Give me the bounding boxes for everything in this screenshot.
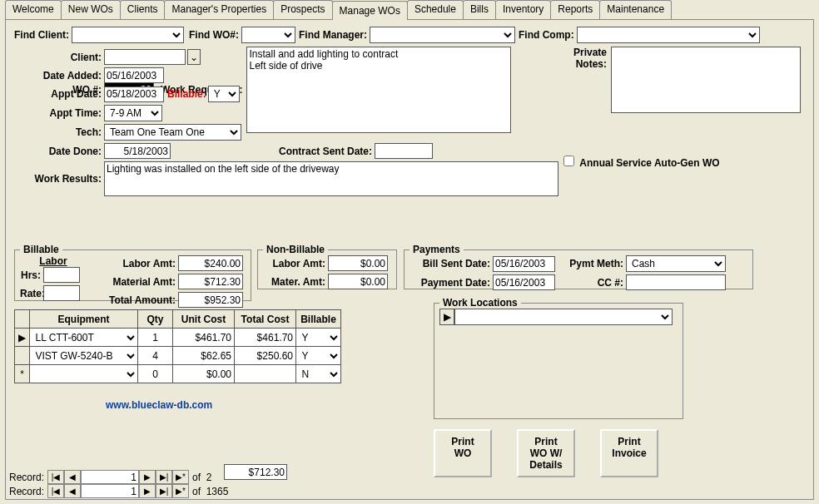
tab-bills[interactable]: Bills [463, 0, 496, 19]
work-locations-group: Work Locations ▶ [434, 303, 683, 419]
print-invoice-button[interactable]: Print Invoice [600, 429, 658, 477]
non-billable-group: Non-Billable Labor Amt: Mater. Amt: [257, 250, 397, 289]
rate-label: Rate: [20, 288, 43, 299]
equipment-grid: Equipment Qty Unit Cost Total Cost Billa… [14, 309, 341, 383]
date-added-input[interactable] [104, 67, 164, 83]
row-selector-new-icon[interactable]: * [15, 365, 30, 383]
eq-billable-select[interactable]: Y [297, 329, 340, 346]
date-added-label: Date Added: [14, 70, 104, 82]
appt-time-select[interactable]: 7-9 AM [104, 105, 162, 121]
tab-maintenance[interactable]: Maintenance [599, 0, 672, 19]
eq-qty[interactable]: 4 [138, 347, 173, 365]
tab-manage-wos[interactable]: Manage WOs [332, 1, 408, 20]
tech-select[interactable]: Team One Team One [104, 124, 241, 141]
row-selector-icon[interactable]: ▶ [439, 309, 454, 325]
appt-date-input[interactable] [104, 86, 164, 102]
find-client-label: Find Client: [14, 29, 72, 41]
eq-billable-select[interactable]: Y [297, 348, 340, 364]
labor-amt-input[interactable] [178, 255, 243, 271]
client-input[interactable] [104, 49, 186, 65]
annual-service-checkbox[interactable] [563, 156, 574, 166]
pymt-meth-select[interactable]: Cash [626, 255, 726, 272]
eq-col-billable: Billable [296, 310, 341, 329]
eq-qty[interactable]: 0 [138, 365, 173, 383]
cc-input[interactable] [626, 274, 726, 290]
bill-sent-input[interactable] [493, 256, 555, 272]
eq-name-select[interactable]: VIST GW-5240-B [31, 348, 137, 364]
manage-wos-page: Find Client: Find WO#: Find Manager: Fin… [5, 19, 814, 500]
nav-prev-icon[interactable]: ◀ [64, 484, 81, 498]
row-selector-icon[interactable] [15, 347, 30, 365]
tab-managers-properties[interactable]: Manager's Properties [164, 0, 274, 19]
date-done-input[interactable] [104, 143, 171, 159]
nav-new-icon[interactable]: ▶* [172, 484, 189, 498]
eq-col-total-cost: Total Cost [235, 310, 296, 329]
tab-prospects[interactable]: Prospects [273, 0, 332, 19]
table-row[interactable]: ▶ LL CTT-600T 1 $461.70 $461.70 Y [15, 329, 341, 347]
record-of-label: of 2 [192, 472, 211, 483]
work-requested-textarea[interactable]: Install and add lighting to contract Lef… [246, 47, 511, 133]
print-wo-button[interactable]: Print WO [434, 429, 492, 477]
eq-unit-cost[interactable]: $461.70 [173, 329, 235, 347]
eq-name-select[interactable]: LL CTT-600T [31, 329, 137, 346]
billable-label: Billable: [167, 88, 206, 100]
eq-col-unit-cost: Unit Cost [173, 310, 235, 329]
eq-total-cost[interactable]: $461.70 [235, 329, 296, 347]
work-results-textarea[interactable]: Lighting was installed on the left side … [104, 161, 558, 196]
hrs-label: Hrs: [20, 269, 43, 281]
private-notes-textarea[interactable] [611, 47, 801, 113]
nb-mater-amt-input[interactable] [328, 274, 388, 289]
nav-first-icon[interactable]: |◀ [47, 484, 64, 498]
billable-legend: Billable [20, 244, 62, 255]
print-wo-details-button[interactable]: Print WO W/ Details [517, 429, 575, 477]
eq-unit-cost[interactable]: $62.65 [173, 347, 235, 365]
eq-name-select[interactable] [31, 366, 137, 383]
find-manager-select[interactable] [370, 27, 515, 43]
nav-last-icon[interactable]: ▶| [156, 484, 172, 498]
payment-date-label: Payment Date: [410, 277, 493, 289]
rate-input[interactable] [43, 285, 80, 301]
tab-inventory[interactable]: Inventory [495, 0, 551, 19]
tab-new-wos[interactable]: New WOs [61, 0, 121, 19]
tab-strip: Welcome New WOs Clients Manager's Proper… [0, 0, 819, 19]
tab-schedule[interactable]: Schedule [407, 0, 464, 19]
tab-reports[interactable]: Reports [550, 0, 600, 19]
find-comp-select[interactable] [577, 27, 760, 43]
material-amt-input[interactable] [178, 274, 243, 289]
labor-amt-label: Labor Amt: [87, 258, 178, 269]
tab-welcome[interactable]: Welcome [5, 0, 62, 19]
payments-group: Payments Bill Sent Date: Pymt Meth: Cash… [404, 250, 753, 289]
eq-total-cost[interactable]: $250.60 [235, 347, 296, 365]
client-lookup-button[interactable]: ⌄ [187, 49, 201, 65]
work-locations-legend: Work Locations [439, 297, 521, 309]
find-client-select[interactable] [72, 27, 184, 43]
nb-labor-amt-input[interactable] [328, 255, 388, 271]
eq-billable-select[interactable]: N [297, 366, 340, 383]
contract-sent-label: Contract Sent Date: [279, 146, 375, 157]
record-navigator-outer: Record: |◀ ◀ ▶ ▶| ▶* of 1365 [9, 484, 228, 498]
work-location-select[interactable] [454, 309, 673, 325]
payment-date-input[interactable] [493, 274, 555, 290]
find-manager-label: Find Manager: [299, 29, 370, 41]
work-results-label: Work Results: [14, 173, 104, 185]
find-comp-label: Find Comp: [519, 29, 577, 41]
row-selector-icon[interactable]: ▶ [15, 329, 30, 347]
eq-unit-cost[interactable]: $0.00 [173, 365, 235, 383]
find-wo-select[interactable] [241, 27, 295, 43]
tab-clients[interactable]: Clients [120, 0, 166, 19]
record-number-input[interactable] [81, 484, 139, 498]
billable-select[interactable]: Y [208, 86, 240, 102]
nb-labor-amt-label: Labor Amt: [263, 258, 328, 269]
eq-qty[interactable]: 1 [138, 329, 173, 347]
client-label: Client: [14, 52, 104, 63]
hrs-input[interactable] [43, 267, 80, 283]
total-amount-input[interactable] [178, 292, 243, 308]
payments-legend: Payments [410, 244, 464, 255]
nav-next-icon[interactable]: ▶ [139, 484, 156, 498]
material-amt-label: Material Amt: [87, 276, 178, 288]
contract-sent-input[interactable] [375, 143, 433, 159]
eq-total-cost[interactable] [235, 365, 296, 383]
table-row[interactable]: VIST GW-5240-B 4 $62.65 $250.60 Y [15, 347, 341, 365]
table-row[interactable]: * 0 $0.00 N [15, 365, 341, 383]
record-label: Record: [9, 486, 47, 497]
